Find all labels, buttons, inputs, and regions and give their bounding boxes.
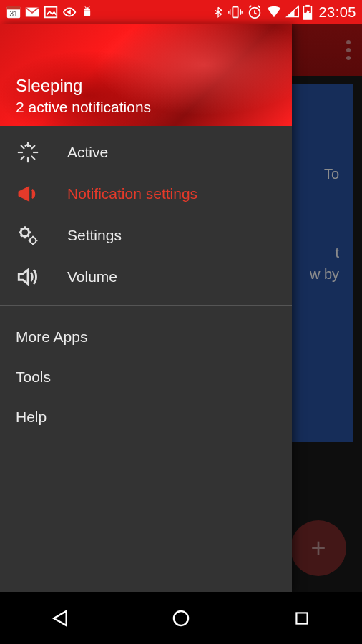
svg-text:31: 31 — [9, 10, 18, 18]
swiftkey-icon — [62, 4, 77, 20]
svg-point-6 — [85, 8, 87, 9]
drawer-item-notification-settings[interactable]: Notification settings — [0, 173, 292, 215]
drawer-item-more-apps[interactable]: More Apps — [0, 317, 292, 357]
drawer-item-label: Tools — [16, 369, 51, 386]
svg-line-19 — [21, 145, 24, 149]
image-icon — [43, 4, 59, 20]
gears-icon — [16, 223, 67, 248]
drawer-item-label: Volume — [67, 268, 117, 286]
navigation-drawer: Sleeping 2 active notifications Active — [0, 24, 292, 592]
drawer-divider — [0, 305, 292, 306]
svg-line-30 — [21, 228, 22, 230]
back-button[interactable] — [17, 592, 103, 644]
svg-line-21 — [21, 156, 24, 160]
home-button[interactable] — [138, 592, 224, 644]
drawer-item-label: More Apps — [16, 328, 87, 346]
status-bar: 31 23:05 — [0, 0, 362, 24]
calendar-icon: 31 — [6, 4, 21, 20]
drawer-item-label: Notification settings — [67, 185, 197, 203]
svg-line-20 — [31, 156, 35, 160]
svg-rect-40 — [296, 613, 307, 623]
drawer-item-help[interactable]: Help — [0, 397, 292, 437]
svg-line-33 — [28, 228, 29, 230]
android-icon — [80, 4, 94, 20]
system-nav-bar — [0, 592, 362, 644]
drawer-item-settings[interactable]: Settings — [0, 215, 292, 256]
burst-icon — [16, 140, 67, 165]
svg-point-39 — [174, 611, 188, 625]
svg-line-22 — [31, 145, 35, 149]
alarm-icon — [247, 4, 263, 20]
battery-charging-icon — [303, 4, 313, 20]
svg-rect-13 — [306, 5, 310, 7]
bluetooth-icon — [212, 4, 224, 20]
drawer-item-volume[interactable]: Volume — [0, 256, 292, 298]
drawer-item-label: Active — [67, 144, 108, 161]
drawer-title: Sleeping — [16, 76, 276, 96]
clock-text: 23:05 — [318, 4, 356, 21]
recents-button[interactable] — [259, 592, 345, 644]
svg-line-8 — [85, 6, 86, 8]
drawer-secondary-list: More Apps Tools Help — [0, 313, 292, 441]
vibrate-icon — [227, 4, 244, 20]
svg-line-32 — [21, 235, 22, 237]
svg-point-7 — [88, 8, 89, 9]
drawer-item-active[interactable]: Active — [0, 132, 292, 173]
drawer-item-label: Help — [16, 409, 47, 426]
svg-line-31 — [28, 235, 29, 237]
svg-rect-5 — [84, 11, 90, 16]
drawer-header: Sleeping 2 active notifications — [0, 24, 292, 126]
gmail-icon — [24, 4, 40, 20]
svg-point-34 — [30, 238, 36, 244]
drawer-subtitle: 2 active notifications — [16, 99, 276, 116]
drawer-item-tools[interactable]: Tools — [0, 357, 292, 397]
wifi-icon — [265, 4, 283, 20]
drawer-primary-list: Active Notification settings Setting — [0, 126, 292, 298]
megaphone-icon — [16, 182, 67, 206]
signal-icon — [285, 4, 300, 20]
svg-rect-10 — [233, 7, 238, 18]
svg-line-9 — [89, 6, 89, 8]
drawer-item-label: Settings — [67, 227, 122, 244]
volume-icon — [16, 265, 67, 289]
